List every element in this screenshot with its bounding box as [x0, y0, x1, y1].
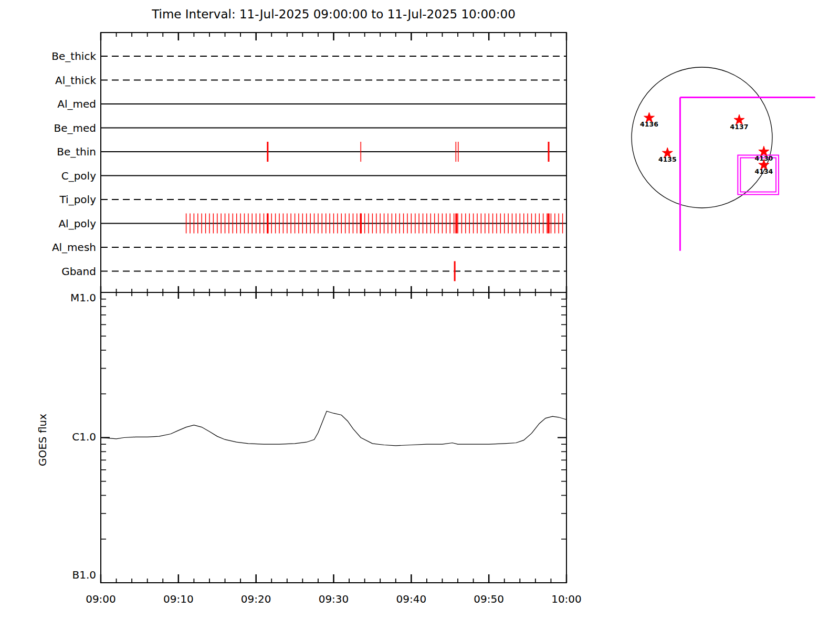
y-axis-tick-label: C1.0 [72, 430, 96, 443]
channel-label-Ti_poly: Ti_poly [59, 193, 97, 206]
active-region-label-4135: 4135 [658, 155, 677, 163]
goes-flux-curve [101, 411, 566, 446]
channel-label-Be_thick: Be_thick [51, 50, 96, 62]
channel-label-Gband: Gband [61, 265, 96, 278]
channel-label-Be_thin: Be_thin [57, 145, 96, 158]
channel-label-Al_thick: Al_thick [55, 74, 96, 87]
channel-label-Al_poly: Al_poly [58, 217, 96, 230]
x-axis-tick-label: 09:40 [396, 593, 427, 605]
x-axis-tick-label: 09:50 [474, 593, 504, 605]
filter-timeline-panel: Be_thickAl_thickAl_medBe_medBe_thinC_pol… [51, 33, 566, 292]
solar-observation-plot: Time Interval: 11-Jul-2025 09:00:00 to 1… [0, 0, 840, 630]
active-region-label-4137: 4137 [730, 123, 749, 131]
sun-limb-circle [632, 67, 772, 208]
x-axis-tick-label: 10:00 [551, 593, 582, 605]
x-axis-tick-label: 09:30 [319, 593, 349, 605]
y-axis-tick-label: B1.0 [72, 569, 96, 581]
y-axis-tick-label: M1.0 [70, 291, 96, 304]
x-axis-tick-label: 09:00 [86, 593, 116, 605]
plot-svg: Be_thickAl_thickAl_medBe_medBe_thinC_pol… [0, 0, 840, 630]
solar-disk-map: 41364137413541304134 [632, 67, 815, 251]
active-region-label-4134: 4134 [755, 167, 773, 175]
channel-label-Be_med: Be_med [54, 122, 96, 134]
x-axis-tick-label: 09:20 [241, 593, 271, 605]
channel-label-Al_med: Al_med [57, 98, 96, 110]
goes-flux-panel: 09:0009:1009:2009:3009:4009:5010:00M1.0C… [70, 286, 582, 605]
active-region-label-4136: 4136 [640, 120, 658, 128]
goes-y-axis-title: GOES flux [36, 414, 49, 466]
channel-label-C_poly: C_poly [61, 170, 96, 182]
x-axis-tick-label: 09:10 [163, 593, 194, 605]
timeline-frame [101, 33, 566, 292]
channel-label-Al_mesh: Al_mesh [52, 241, 96, 254]
goes-frame [101, 292, 566, 583]
